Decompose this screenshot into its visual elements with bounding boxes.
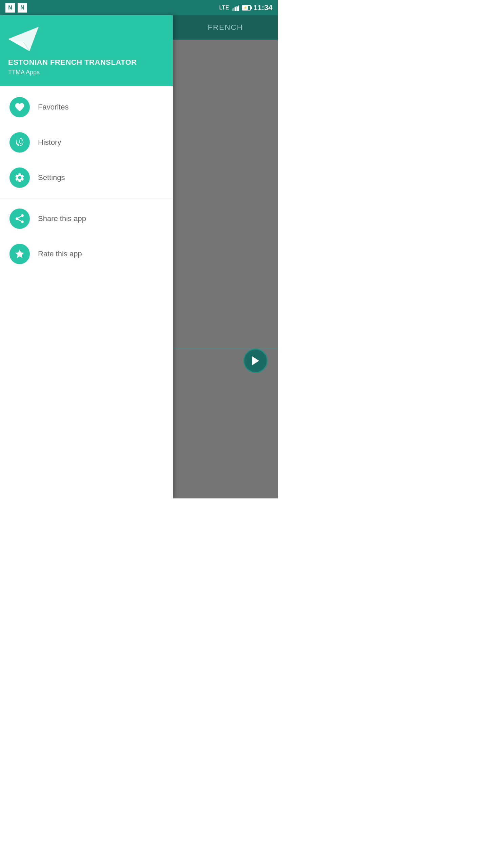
rate-icon-circle <box>9 244 30 264</box>
share-icon-circle <box>9 209 30 229</box>
clock-icon <box>14 137 25 148</box>
app-content <box>173 40 278 498</box>
signal-icon <box>232 5 239 11</box>
battery-icon: ⚡ <box>242 5 251 11</box>
drawer-header: ESTONIAN FRENCH TRANSLATOR TTMA Apps <box>0 15 173 86</box>
settings-label: Settings <box>38 173 65 182</box>
app-panel: FRENCH <box>173 15 278 498</box>
menu-item-share[interactable]: Share this app <box>0 201 173 236</box>
app-toolbar: FRENCH <box>173 15 278 40</box>
share-icon <box>14 213 25 224</box>
app-subtitle: TTMA Apps <box>8 69 165 76</box>
status-bar-left: N N <box>5 3 27 13</box>
favorites-icon-circle <box>9 97 30 117</box>
drawer-menu: Favorites History Settings <box>0 86 173 498</box>
share-label: Share this app <box>38 214 86 223</box>
settings-icon-circle <box>9 167 30 188</box>
heart-icon <box>14 102 25 113</box>
history-label: History <box>38 138 61 147</box>
status-bar: N N LTE ⚡ 11:34 <box>0 0 278 15</box>
rate-label: Rate this app <box>38 250 82 258</box>
content-divider <box>173 349 278 349</box>
svg-marker-2 <box>232 8 234 11</box>
menu-item-settings[interactable]: Settings <box>0 160 173 195</box>
notification-icon-2: N <box>18 3 27 13</box>
toolbar-title: FRENCH <box>208 23 243 32</box>
svg-marker-6 <box>252 356 259 366</box>
favorites-label: Favorites <box>38 103 68 112</box>
navigation-drawer: ESTONIAN FRENCH TRANSLATOR TTMA Apps Fav… <box>0 15 173 498</box>
translate-button[interactable] <box>243 349 268 373</box>
app-logo <box>8 25 39 53</box>
lte-indicator: LTE <box>219 5 229 11</box>
menu-divider <box>0 198 173 198</box>
main-container: ESTONIAN FRENCH TRANSLATOR TTMA Apps Fav… <box>0 15 278 498</box>
clock: 11:34 <box>253 3 272 12</box>
translate-button-icon <box>249 355 262 367</box>
star-icon <box>14 249 25 259</box>
status-bar-right: LTE ⚡ 11:34 <box>219 3 272 12</box>
app-title: ESTONIAN FRENCH TRANSLATOR <box>8 58 165 67</box>
gear-icon <box>14 172 25 183</box>
menu-item-favorites[interactable]: Favorites <box>0 90 173 125</box>
notification-icon-1: N <box>5 3 15 13</box>
menu-item-rate[interactable]: Rate this app <box>0 236 173 272</box>
menu-item-history[interactable]: History <box>0 125 173 160</box>
svg-marker-0 <box>237 5 239 11</box>
svg-marker-1 <box>235 6 237 11</box>
history-icon-circle <box>9 132 30 153</box>
